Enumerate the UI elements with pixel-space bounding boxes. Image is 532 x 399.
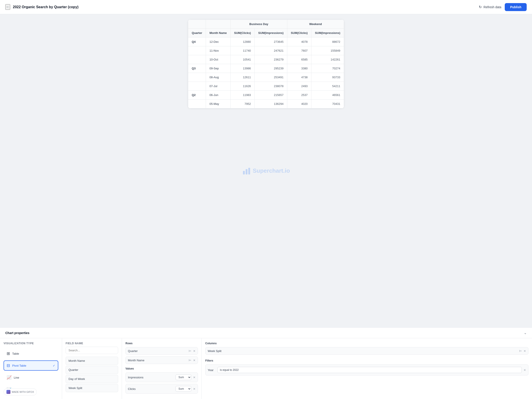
refresh-label: Refresh data xyxy=(483,5,501,9)
month-cell: 11-Nov xyxy=(206,46,230,55)
remove-week-split-button[interactable]: ✕ xyxy=(524,349,526,353)
remove-impressions-button[interactable]: ✕ xyxy=(193,376,196,379)
we-clicks-cell: 3380 xyxy=(287,64,311,73)
bd-clicks-header: SUM(Clicks) xyxy=(230,29,254,38)
field-item-quarter[interactable]: Quarter xyxy=(66,366,118,374)
viz-item-table[interactable]: ⊞ Table xyxy=(4,348,58,359)
we-clicks-cell: 4020 xyxy=(287,100,311,108)
refresh-button[interactable]: ↻ Refresh data xyxy=(479,5,501,9)
bd-impr-cell: 236279 xyxy=(254,55,287,64)
viz-item-line[interactable]: 📈 Line xyxy=(4,372,58,383)
rows-values-panel: Rows Quarter ⊨ ✕ Month Name ⊨ ✕ Values I… xyxy=(122,338,202,399)
we-clicks-cell: 4738 xyxy=(287,73,311,82)
we-clicks-header: SUM(Clicks) xyxy=(287,29,311,38)
we-impr-cell: 46561 xyxy=(311,91,344,100)
rows-section-title: Rows xyxy=(126,342,198,345)
remove-quarter-button[interactable]: ✕ xyxy=(193,349,196,353)
publish-button[interactable]: Publish xyxy=(505,3,527,11)
clicks-label: Clicks xyxy=(128,387,174,391)
bd-impr-cell: 136294 xyxy=(254,100,287,108)
table-row: Q4 12-Dec 12880 273645 4078 88672 xyxy=(188,38,344,46)
quarter-pill-label: Quarter xyxy=(128,349,187,353)
we-clicks-cell: 2537 xyxy=(287,91,311,100)
columns-section: Columns Week Split ⊨ ✕ xyxy=(205,342,528,355)
back-button[interactable]: ← xyxy=(5,4,10,10)
we-impr-cell: 93733 xyxy=(311,73,344,82)
month-name-pill-label: Month Name xyxy=(128,359,187,362)
bd-clicks-cell: 11626 xyxy=(230,82,254,91)
table-row: 05-May 7952 136294 4020 70431 xyxy=(188,100,344,108)
quarter-cell: Q2 xyxy=(188,91,206,100)
row-quarter-pill: Quarter ⊨ ✕ xyxy=(126,347,198,355)
remove-month-name-button[interactable]: ✕ xyxy=(193,359,196,362)
viz-table-label: Table xyxy=(12,352,19,355)
field-item-month-name[interactable]: Month Name xyxy=(66,357,118,365)
filter-sort-icon-2[interactable]: ⊨ xyxy=(189,358,191,362)
month-cell: 06-Jun xyxy=(206,91,230,100)
quarter-cell xyxy=(188,73,206,82)
corner-cell xyxy=(188,20,206,29)
row-month-name-pill: Month Name ⊨ ✕ xyxy=(126,356,198,364)
we-impr-cell: 70274 xyxy=(311,64,344,73)
bd-clicks-cell: 13986 xyxy=(230,64,254,73)
table-row: 10-Oct 10541 236279 6585 142261 xyxy=(188,55,344,64)
gifox-logo xyxy=(6,390,10,394)
chart-properties-title: Chart properties xyxy=(5,331,30,335)
field-item-day-of-week[interactable]: Day of Week xyxy=(66,375,118,383)
pivot-table: Business Day Weekend Quarter Month Name … xyxy=(188,19,344,108)
field-search-input[interactable] xyxy=(66,347,118,354)
clicks-agg-select[interactable]: Sum Avg Count xyxy=(176,386,191,392)
viz-pivot-label: Pivot Table xyxy=(12,364,26,367)
month-cell: 08-Aug xyxy=(206,73,230,82)
page-title: 2022 Organic Search by Quarter (copy) xyxy=(13,5,78,9)
columns-section-title: Columns xyxy=(205,342,528,345)
bd-clicks-cell: 7952 xyxy=(230,100,254,108)
we-clicks-cell: 6585 xyxy=(287,55,311,64)
viz-item-pivot[interactable]: ⊟ Pivot Table ✓ xyxy=(4,361,58,371)
bd-impr-cell: 247621 xyxy=(254,46,287,55)
bd-clicks-cell: 11740 xyxy=(230,46,254,55)
we-impr-cell: 155849 xyxy=(311,46,344,55)
main-content: Superchart.io Business Day Weekend Quart… xyxy=(0,14,532,399)
field-name-panel: Field name Month Name Quarter Day of Wee… xyxy=(62,338,122,399)
field-item-week-split[interactable]: Week Split xyxy=(66,384,118,392)
back-icon: ← xyxy=(6,5,10,9)
filter-year-condition-select[interactable]: is equal to 2022 is not equal to 2022 is… xyxy=(217,367,522,373)
svg-rect-2 xyxy=(248,168,250,174)
columns-filters-panel: Columns Week Split ⊨ ✕ Filters Year is e… xyxy=(202,338,532,399)
weekend-header: Weekend xyxy=(287,20,344,29)
topbar-right: ↻ Refresh data Publish xyxy=(479,3,527,11)
quarter-cell xyxy=(188,100,206,108)
pivot-table-container: Business Day Weekend Quarter Month Name … xyxy=(188,19,344,108)
bd-impr-cell: 253491 xyxy=(254,73,287,82)
quarter-cell xyxy=(188,55,206,64)
col-week-split-pill: Week Split ⊨ ✕ xyxy=(205,347,528,355)
made-with-gifox-badge: MADE WITH GIFOX xyxy=(4,388,37,395)
remove-clicks-button[interactable]: ✕ xyxy=(193,387,196,391)
we-clicks-cell: 2493 xyxy=(287,82,311,91)
month-cell: 09-Sep xyxy=(206,64,230,73)
impressions-agg-select[interactable]: Sum Avg Count xyxy=(176,374,191,380)
gifox-label: MADE WITH GIFOX xyxy=(12,391,34,393)
table-row: Q3 09-Sep 13986 295239 3380 70274 xyxy=(188,64,344,73)
filters-section: Filters Year is equal to 2022 is not equ… xyxy=(205,359,528,375)
remove-year-filter-button[interactable]: ✕ xyxy=(524,368,526,372)
value-impressions-row: Impressions Sum Avg Count ✕ xyxy=(126,372,198,382)
filter-sort-icon[interactable]: ⊨ xyxy=(189,349,191,353)
month-cell: 12-Dec xyxy=(206,38,230,46)
chart-area: Superchart.io Business Day Weekend Quart… xyxy=(0,14,532,327)
chart-properties-header[interactable]: Chart properties ⌄ xyxy=(0,328,532,338)
table-row: Q2 06-Jun 11983 215657 2537 46561 xyxy=(188,91,344,100)
chevron-down-icon: ⌄ xyxy=(524,331,527,335)
business-day-header: Business Day xyxy=(230,20,287,29)
refresh-icon: ↻ xyxy=(479,5,482,9)
bd-impr-cell: 215657 xyxy=(254,91,287,100)
svg-rect-1 xyxy=(246,169,247,174)
col-sort-icon[interactable]: ⊨ xyxy=(519,349,522,353)
bd-impr-cell: 238078 xyxy=(254,82,287,91)
table-icon: ⊞ xyxy=(7,351,10,356)
we-impr-cell: 88672 xyxy=(311,38,344,46)
bd-clicks-cell: 10541 xyxy=(230,55,254,64)
we-impr-cell: 54211 xyxy=(311,82,344,91)
month-cell: 10-Oct xyxy=(206,55,230,64)
